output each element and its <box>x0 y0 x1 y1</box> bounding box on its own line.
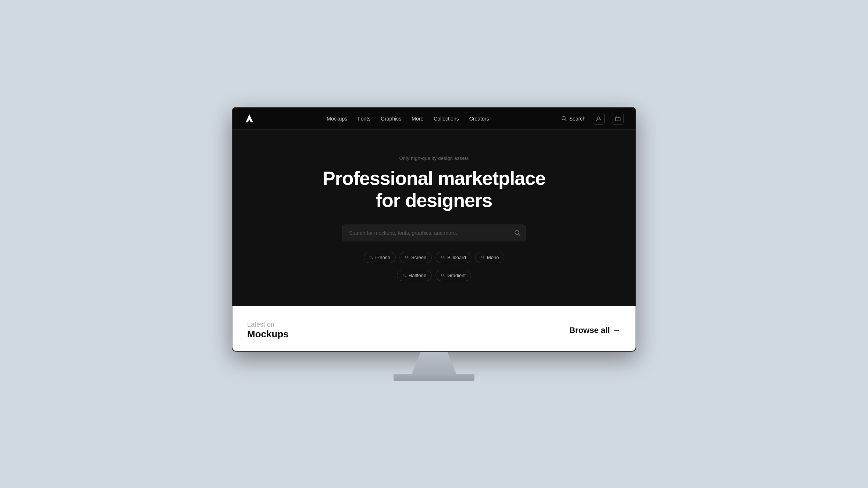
nav-search-icon <box>561 116 567 122</box>
svg-point-0 <box>562 116 565 120</box>
hero-subtitle: Only high-quality design assets <box>399 155 469 161</box>
search-input[interactable] <box>342 225 526 241</box>
svg-line-13 <box>483 258 484 259</box>
svg-point-4 <box>515 230 519 234</box>
svg-rect-3 <box>616 117 620 121</box>
section-label: Latest on Mockups <box>247 321 289 340</box>
tag-row-1: iPhone Screen Billboard Mono <box>364 252 505 263</box>
svg-line-9 <box>408 258 409 259</box>
browse-all-button[interactable]: Browse all → <box>569 326 621 335</box>
svg-point-8 <box>405 256 408 258</box>
navbar: Mockups Fonts Graphics More Collections … <box>232 108 636 130</box>
monitor-stand-base <box>394 374 474 381</box>
search-submit-icon <box>514 230 521 236</box>
svg-point-14 <box>403 274 405 276</box>
cart-button[interactable] <box>612 113 624 125</box>
tag-search-icon <box>369 255 373 259</box>
svg-point-10 <box>442 256 444 258</box>
svg-point-12 <box>481 256 483 258</box>
user-icon <box>596 116 602 122</box>
monitor-wrapper: Mockups Fonts Graphics More Collections … <box>228 107 640 381</box>
nav-link-graphics[interactable]: Graphics <box>381 116 401 122</box>
nav-link-creators[interactable]: Creators <box>469 116 489 122</box>
svg-point-2 <box>598 117 600 119</box>
nav-search-label: Search <box>569 116 586 122</box>
tag-gradient[interactable]: Gradient <box>435 270 471 281</box>
nav-links: Mockups Fonts Graphics More Collections … <box>327 116 489 122</box>
tag-row-2: Halftone Gradient <box>397 270 471 281</box>
tag-search-icon <box>441 255 445 259</box>
svg-line-11 <box>444 258 445 259</box>
svg-line-17 <box>444 276 445 277</box>
tag-mono[interactable]: Mono <box>475 252 505 263</box>
brand-logo-icon <box>244 114 255 124</box>
nav-search-button[interactable]: Search <box>561 116 586 122</box>
arrow-right-icon: → <box>613 326 621 335</box>
section-name-label: Mockups <box>247 329 289 340</box>
bottom-section: Latest on Mockups Browse all → <box>232 306 636 351</box>
tag-search-icon <box>481 255 485 259</box>
monitor-screen: Mockups Fonts Graphics More Collections … <box>232 107 636 352</box>
nav-link-more[interactable]: More <box>412 116 423 122</box>
nav-right: Search <box>561 113 624 125</box>
user-account-button[interactable] <box>593 113 605 125</box>
svg-point-6 <box>370 256 372 258</box>
nav-link-fonts[interactable]: Fonts <box>357 116 370 122</box>
monitor-stand-neck <box>412 352 456 374</box>
svg-line-5 <box>519 234 520 236</box>
tag-search-icon <box>402 273 406 277</box>
tag-screen[interactable]: Screen <box>399 252 432 263</box>
svg-line-7 <box>371 258 373 259</box>
svg-line-1 <box>565 119 566 121</box>
tag-billboard[interactable]: Billboard <box>435 252 472 263</box>
latest-on-label: Latest on <box>247 321 289 329</box>
nav-link-collections[interactable]: Collections <box>434 116 459 122</box>
cart-icon <box>615 116 621 122</box>
svg-point-16 <box>442 274 444 276</box>
nav-link-mockups[interactable]: Mockups <box>327 116 347 122</box>
tag-search-icon <box>405 255 409 259</box>
tag-search-icon <box>441 273 445 277</box>
tag-halftone[interactable]: Halftone <box>397 270 432 281</box>
hero-section: Only high-quality design assets Professi… <box>232 130 636 306</box>
hero-title: Professional marketplace for designers <box>323 168 545 212</box>
logo[interactable] <box>244 114 255 124</box>
svg-line-15 <box>405 276 406 277</box>
search-bar-wrapper <box>342 225 526 241</box>
tag-iphone[interactable]: iPhone <box>364 252 396 263</box>
search-submit-button[interactable] <box>514 230 521 236</box>
